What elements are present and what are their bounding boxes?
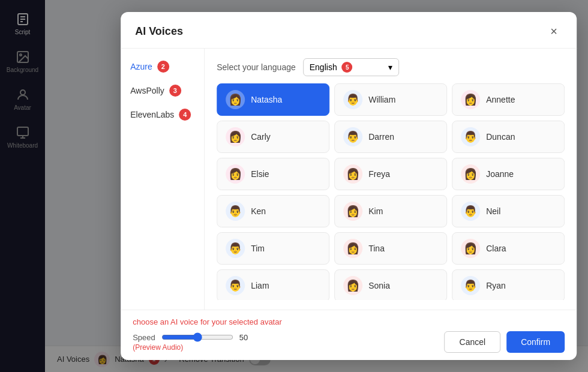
voice-avatar-tina: 👩	[343, 239, 362, 258]
voice-name-neil: Neil	[486, 206, 500, 216]
close-button[interactable]: ×	[545, 23, 562, 40]
language-select[interactable]: English 5 ▾	[303, 58, 399, 76]
voice-avatar-sonia: 👩	[343, 276, 362, 295]
voice-card-william[interactable]: 👨William	[334, 83, 447, 116]
voice-avatar-liam: 👨	[226, 276, 245, 295]
speed-section: Speed 50 (Preview Audio)	[133, 332, 257, 352]
elevenlabs-label: ElevenLabs	[130, 110, 174, 119]
modal-footer: choose an AI voice for your selected ava…	[121, 310, 577, 360]
provider-sidebar: Azure 2 AwsPolly 3 ElevenLabs 4	[121, 49, 205, 310]
voice-name-ryan: Ryan	[486, 281, 506, 290]
voice-card-joanne[interactable]: 👩Joanne	[452, 158, 565, 190]
voice-name-carly: Carly	[251, 132, 271, 142]
voice-name-ken: Ken	[251, 206, 266, 216]
voice-name-tim: Tim	[251, 244, 265, 253]
azure-badge: 2	[157, 61, 169, 73]
voice-name-kim: Kim	[368, 206, 383, 216]
provider-azure[interactable]: Azure 2	[130, 61, 194, 73]
voice-avatar-kim: 👩	[343, 202, 362, 221]
awspolly-label: AwsPolly	[130, 86, 164, 95]
voice-avatar-ryan: 👨	[461, 276, 480, 295]
voice-card-natasha[interactable]: 👩Natasha	[217, 83, 329, 116]
modal-body: Azure 2 AwsPolly 3 ElevenLabs 4 Select y…	[121, 49, 577, 310]
speed-row: Speed 50	[133, 332, 257, 342]
voice-name-william: William	[368, 95, 395, 104]
voice-avatar-natasha: 👩	[226, 90, 245, 109]
voice-name-tina: Tina	[368, 244, 385, 253]
voice-card-liam[interactable]: 👨Liam	[217, 269, 329, 300]
voice-card-duncan[interactable]: 👨Duncan	[452, 121, 565, 153]
awspolly-badge: 3	[169, 85, 181, 97]
voice-avatar-freya: 👩	[343, 164, 362, 184]
voice-name-sonia: Sonia	[368, 281, 390, 290]
voice-avatar-elsie: 👩	[226, 164, 245, 184]
warning-text: choose an AI voice for your selected ava…	[133, 317, 565, 326]
elevenlabs-badge: 4	[179, 109, 191, 121]
footer-controls: Speed 50 (Preview Audio) Cancel Confirm	[133, 331, 565, 353]
cancel-button[interactable]: Cancel	[445, 331, 501, 353]
voice-card-annette[interactable]: 👩Annette	[452, 83, 565, 116]
voice-name-freya: Freya	[368, 169, 390, 179]
voice-avatar-tim: 👨	[226, 239, 245, 258]
voice-name-annette: Annette	[486, 95, 515, 104]
voice-card-ken[interactable]: 👨Ken	[217, 195, 329, 227]
confirm-button[interactable]: Confirm	[506, 331, 565, 353]
modal-header: AI Voices ×	[121, 12, 577, 49]
voice-avatar-william: 👨	[343, 90, 362, 109]
footer-buttons: Cancel Confirm	[445, 331, 565, 353]
azure-label: Azure	[130, 62, 152, 71]
voice-card-freya[interactable]: 👩Freya	[334, 158, 447, 190]
voice-name-liam: Liam	[251, 281, 269, 290]
voice-card-elsie[interactable]: 👩Elsie	[217, 158, 329, 190]
voice-card-sonia[interactable]: 👩Sonia	[334, 269, 447, 300]
voice-name-duncan: Duncan	[486, 132, 515, 142]
voice-name-clara: Clara	[486, 244, 506, 253]
language-value: English	[310, 62, 337, 72]
voice-content: Select your language English 5 ▾ 👩Natash…	[205, 49, 577, 310]
ai-voices-modal: AI Voices × Azure 2 AwsPolly 3 ElevenLab…	[121, 12, 577, 360]
preview-audio-label: (Preview Audio)	[133, 343, 257, 352]
modal-title: AI Voices	[135, 25, 183, 38]
voice-avatar-carly: 👩	[226, 127, 245, 146]
speed-slider[interactable]	[161, 332, 233, 342]
voice-name-joanne: Joanne	[486, 169, 514, 179]
speed-label: Speed	[133, 333, 155, 342]
voice-avatar-ken: 👨	[226, 202, 245, 221]
voice-card-ryan[interactable]: 👨Ryan	[452, 269, 565, 300]
provider-elevenlabs[interactable]: ElevenLabs 4	[130, 109, 194, 121]
voice-card-neil[interactable]: 👨Neil	[452, 195, 565, 227]
language-row: Select your language English 5 ▾	[217, 58, 565, 76]
voice-avatar-joanne: 👩	[461, 164, 480, 184]
voice-avatar-neil: 👨	[461, 202, 480, 221]
voice-card-darren[interactable]: 👨Darren	[334, 121, 447, 153]
language-label: Select your language	[217, 62, 296, 72]
voice-card-carly[interactable]: 👩Carly	[217, 121, 329, 153]
voice-avatar-clara: 👩	[461, 239, 480, 258]
voice-avatar-annette: 👩	[461, 90, 480, 109]
voice-avatar-duncan: 👨	[461, 127, 480, 146]
voice-avatar-darren: 👨	[343, 127, 362, 146]
language-badge: 5	[342, 62, 353, 73]
speed-value: 50	[239, 333, 257, 342]
provider-awspolly[interactable]: AwsPolly 3	[130, 85, 194, 97]
voice-card-tim[interactable]: 👨Tim	[217, 232, 329, 265]
voice-name-elsie: Elsie	[251, 169, 269, 179]
voice-card-tina[interactable]: 👩Tina	[334, 232, 447, 265]
voice-name-natasha: Natasha	[251, 95, 282, 104]
voices-grid: 👩Natasha👨William👩Annette👩Carly👨Darren👨Du…	[217, 83, 565, 300]
chevron-down-icon: ▾	[388, 62, 392, 72]
voice-card-clara[interactable]: 👩Clara	[452, 232, 565, 265]
voice-card-kim[interactable]: 👩Kim	[334, 195, 447, 227]
voice-name-darren: Darren	[368, 132, 394, 142]
